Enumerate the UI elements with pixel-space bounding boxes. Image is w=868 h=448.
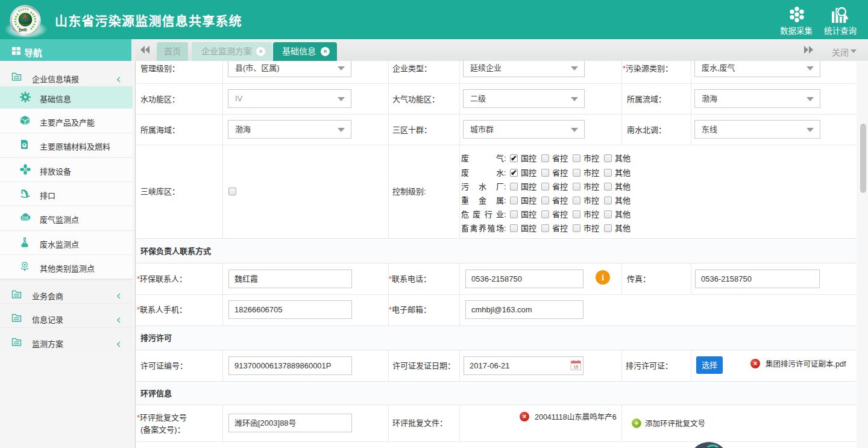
svg-text:15: 15: [573, 364, 578, 370]
svg-text:CO: CO: [22, 215, 28, 221]
